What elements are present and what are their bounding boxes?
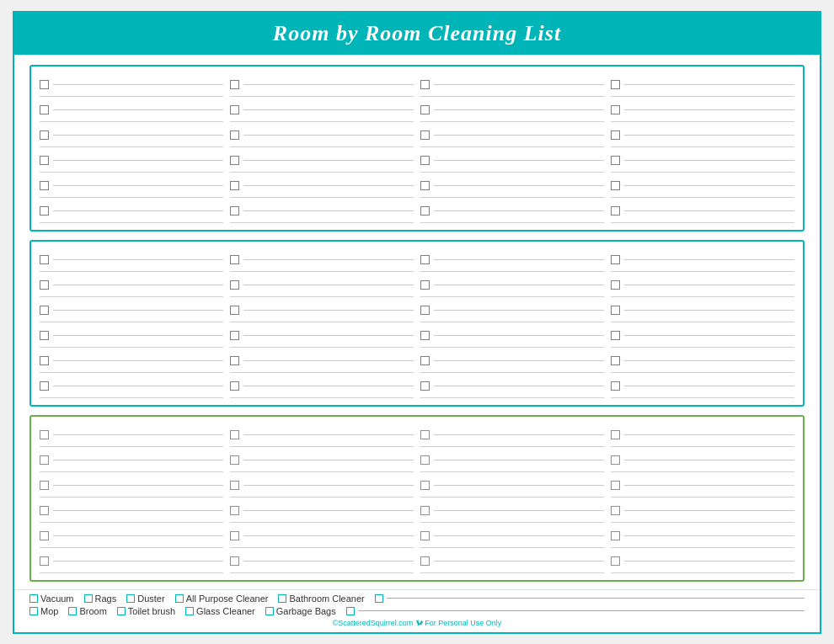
checkbox-vacuum[interactable] [29, 594, 38, 603]
checkbox[interactable] [611, 430, 620, 439]
checklist-item [420, 98, 604, 122]
checklist-item [40, 124, 223, 147]
checkbox[interactable] [230, 381, 239, 391]
checkbox-glass[interactable] [185, 607, 194, 615]
checklist-item [230, 73, 414, 97]
checkbox[interactable] [40, 556, 49, 566]
checkbox-extra-2[interactable] [346, 607, 355, 615]
checkbox[interactable] [420, 481, 430, 490]
checkbox-garbage[interactable] [265, 607, 274, 615]
checkbox[interactable] [420, 80, 430, 89]
checkbox[interactable] [611, 206, 620, 216]
checkbox[interactable] [420, 280, 430, 290]
checkbox[interactable] [230, 455, 239, 465]
checkbox[interactable] [230, 80, 239, 89]
checkbox[interactable] [611, 556, 620, 566]
checkbox[interactable] [40, 531, 49, 540]
checkbox[interactable] [420, 105, 430, 114]
checkbox[interactable] [611, 80, 620, 89]
checkbox[interactable] [230, 255, 239, 264]
checkbox[interactable] [611, 506, 620, 515]
checkbox[interactable] [230, 206, 239, 216]
checkbox[interactable] [230, 506, 239, 515]
checkbox[interactable] [230, 556, 239, 566]
checkbox-toilet[interactable] [117, 607, 126, 615]
checkbox[interactable] [40, 306, 49, 315]
item-line [53, 535, 223, 536]
checkbox[interactable] [230, 156, 239, 165]
item-line [624, 285, 794, 285]
checkbox[interactable] [230, 531, 239, 540]
checkbox[interactable] [611, 531, 620, 540]
checkbox[interactable] [420, 430, 430, 439]
checkbox[interactable] [230, 105, 239, 114]
item-line [53, 259, 223, 260]
checkbox[interactable] [611, 255, 620, 264]
checkbox[interactable] [420, 381, 430, 391]
checkbox[interactable] [420, 331, 430, 340]
checkbox[interactable] [230, 430, 239, 439]
checkbox[interactable] [420, 356, 430, 365]
item-line [434, 285, 604, 285]
checkbox-mop[interactable] [29, 607, 38, 615]
checkbox[interactable] [230, 306, 239, 315]
checkbox[interactable] [40, 381, 49, 391]
checkbox[interactable] [420, 306, 430, 315]
checklist-item [230, 449, 414, 472]
checkbox[interactable] [230, 481, 239, 490]
checkbox[interactable] [611, 156, 620, 165]
checklist-item [420, 248, 604, 272]
checkbox-duster[interactable] [126, 594, 135, 603]
checkbox[interactable] [611, 130, 620, 140]
checkbox[interactable] [420, 130, 430, 140]
checkbox-bathroom[interactable] [278, 594, 286, 603]
checkbox[interactable] [611, 481, 620, 490]
checkbox[interactable] [40, 356, 49, 365]
checkbox-broom[interactable] [68, 607, 77, 615]
checkbox[interactable] [40, 481, 49, 490]
item-line [243, 160, 414, 161]
checkbox[interactable] [230, 331, 239, 340]
checkbox[interactable] [40, 130, 49, 140]
checkbox-allpurpose[interactable] [175, 594, 184, 603]
checkbox[interactable] [40, 331, 49, 340]
checkbox[interactable] [611, 331, 620, 340]
checkbox[interactable] [420, 455, 430, 465]
checkbox[interactable] [420, 506, 430, 515]
item-line [243, 360, 414, 361]
item-line [624, 109, 794, 110]
checkbox[interactable] [420, 255, 430, 264]
footer-line-1 [387, 598, 805, 599]
checkbox[interactable] [40, 430, 49, 439]
checkbox[interactable] [40, 506, 49, 515]
checkbox[interactable] [420, 181, 430, 190]
checkbox[interactable] [420, 556, 430, 566]
checkbox[interactable] [611, 105, 620, 114]
checkbox[interactable] [40, 80, 49, 89]
checkbox[interactable] [230, 130, 239, 140]
checkbox[interactable] [40, 255, 49, 264]
checklist-item [230, 474, 414, 498]
item-line [624, 485, 794, 486]
checkbox[interactable] [420, 206, 430, 216]
checkbox[interactable] [230, 181, 239, 190]
checkbox[interactable] [611, 280, 620, 290]
checkbox[interactable] [420, 531, 430, 540]
checkbox[interactable] [230, 356, 239, 365]
checkbox[interactable] [40, 156, 49, 165]
checkbox[interactable] [230, 280, 239, 290]
checkbox[interactable] [611, 356, 620, 365]
checkbox-rags[interactable] [84, 594, 93, 603]
checkbox[interactable] [611, 306, 620, 315]
checkbox[interactable] [40, 105, 49, 114]
grid-3 [40, 423, 794, 573]
checkbox[interactable] [40, 206, 49, 216]
checkbox[interactable] [611, 455, 620, 465]
checkbox[interactable] [611, 181, 620, 190]
checkbox[interactable] [611, 381, 620, 391]
checkbox[interactable] [420, 156, 430, 165]
checkbox[interactable] [40, 455, 49, 465]
checkbox[interactable] [40, 181, 49, 190]
checkbox[interactable] [40, 280, 49, 290]
checkbox-extra-1[interactable] [375, 594, 383, 603]
